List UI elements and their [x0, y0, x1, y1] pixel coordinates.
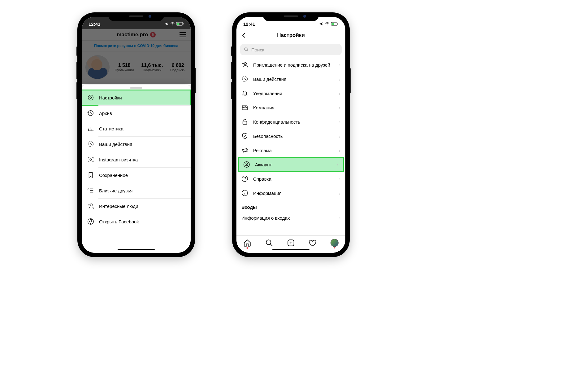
clock-dashed-icon: [87, 141, 94, 147]
search-placeholder: Поиск: [251, 47, 264, 52]
settings-item-account[interactable]: Аккаунт ›: [238, 157, 344, 172]
settings-item-label: Безопасность: [253, 134, 283, 139]
menu-item-label: Интересные люди: [99, 204, 138, 209]
menu-item-settings[interactable]: Настройки: [82, 90, 191, 105]
lock-icon: [241, 118, 248, 125]
add-person-icon: [241, 61, 248, 68]
svg-rect-1: [177, 23, 179, 25]
bookmark-icon: [87, 172, 94, 178]
chevron-right-icon: ›: [339, 134, 340, 139]
chevron-right-icon: ›: [339, 176, 340, 182]
chevron-right-icon: ›: [337, 162, 339, 167]
clock-dashed-icon: [241, 76, 248, 82]
chevron-right-icon: ›: [339, 148, 340, 153]
search-input[interactable]: Поиск: [240, 44, 342, 55]
section-header-logins: Входы: [236, 200, 345, 212]
svg-rect-16: [243, 121, 247, 124]
tab-activity[interactable]: [309, 239, 317, 247]
menu-item-saved[interactable]: Сохраненное: [82, 167, 191, 183]
svg-point-18: [246, 163, 248, 165]
chevron-right-icon: ›: [339, 215, 340, 221]
bottom-sheet: Настройки Архив Статистика Ваши действия…: [82, 85, 191, 253]
facebook-icon: [87, 218, 94, 225]
svg-point-8: [90, 204, 92, 206]
info-circle-icon: [241, 190, 248, 196]
menu-item-nametag[interactable]: Instagram-визитка: [82, 152, 191, 167]
megaphone-icon: [241, 147, 248, 154]
tab-new-post[interactable]: [287, 239, 295, 247]
tab-search[interactable]: [265, 239, 273, 247]
chevron-right-icon: ›: [339, 62, 340, 68]
search-icon: [244, 47, 249, 52]
menu-item-label: Близкие друзья: [99, 188, 132, 193]
settings-item-label: Информация о входах: [241, 215, 290, 221]
settings-item-label: Ваши действия: [253, 77, 286, 82]
menu-item-label: Открыть Facebook: [99, 219, 139, 224]
chevron-right-icon: ›: [339, 105, 340, 110]
tab-home[interactable]: [243, 239, 251, 247]
svg-point-21: [266, 240, 271, 244]
settings-item-label: Конфиденциальность: [253, 119, 300, 125]
settings-item-login-info[interactable]: Информация о входах ›: [236, 212, 345, 224]
settings-item-label: Информация: [253, 191, 282, 196]
settings-item-label: Аккаунт: [255, 162, 272, 167]
settings-item-help[interactable]: Справка ›: [236, 172, 345, 186]
gear-icon: [87, 94, 94, 101]
settings-item-label: Компания: [253, 105, 275, 110]
menu-item-label: Instagram-визитка: [99, 157, 138, 162]
svg-point-7: [90, 159, 92, 160]
status-icons: [164, 20, 184, 26]
svg-point-4: [90, 97, 92, 99]
settings-item-label: Реклама: [253, 148, 272, 153]
svg-rect-2: [183, 23, 184, 24]
menu-item-label: Ваши действия: [99, 142, 132, 147]
chevron-right-icon: ›: [339, 191, 340, 196]
settings-item-security[interactable]: Безопасность ›: [236, 129, 345, 143]
chevron-right-icon: ›: [339, 91, 340, 96]
qr-scan-icon: [87, 156, 94, 163]
sheet-drag-handle[interactable]: [130, 87, 142, 89]
settings-item-ads[interactable]: Реклама ›: [236, 143, 345, 157]
help-circle-icon: [241, 175, 248, 182]
svg-point-14: [244, 63, 246, 65]
svg-rect-11: [332, 23, 334, 25]
page-title: Настройки: [236, 32, 345, 38]
settings-item-notifications[interactable]: Уведомления ›: [236, 86, 345, 100]
menu-item-close-friends[interactable]: Близкие друзья: [82, 183, 191, 198]
phone-mockup-right: 12:41 Настройки Поиск Приглашение и подп…: [232, 12, 350, 257]
settings-item-activity[interactable]: Ваши действия ›: [236, 72, 345, 86]
settings-item-follow-friends[interactable]: Приглашение и подписка на друзей ›: [236, 58, 345, 72]
list-star-icon: [87, 187, 94, 194]
shield-check-icon: [241, 133, 248, 139]
status-time: 12:41: [243, 20, 255, 27]
status-time: 12:41: [89, 20, 100, 27]
settings-item-about[interactable]: Информация ›: [236, 186, 345, 200]
menu-item-insights[interactable]: Статистика: [82, 121, 191, 136]
settings-item-business[interactable]: Компания ›: [236, 100, 345, 115]
settings-item-privacy[interactable]: Конфиденциальность ›: [236, 115, 345, 129]
user-circle-icon: [243, 161, 250, 168]
status-icons: [319, 20, 339, 26]
menu-item-label: Статистика: [99, 126, 123, 131]
chevron-right-icon: ›: [339, 119, 340, 125]
archive-icon: [87, 110, 94, 116]
settings-item-label: Справка: [253, 176, 271, 182]
svg-rect-12: [338, 23, 338, 24]
bar-chart-icon: [87, 125, 94, 132]
menu-item-label: Архив: [99, 111, 112, 116]
menu-item-activity[interactable]: Ваши действия: [82, 136, 191, 152]
phone-mockup-left: 12:41 mactime.pro 5 Посмотрите ресурсы о…: [77, 12, 195, 257]
add-person-icon: [87, 203, 94, 209]
chevron-right-icon: ›: [339, 77, 340, 82]
tab-profile[interactable]: [331, 239, 339, 247]
menu-item-discover[interactable]: Интересные люди: [82, 198, 191, 214]
settings-item-label: Приглашение и подписка на друзей: [253, 62, 330, 68]
menu-item-label: Сохраненное: [99, 173, 128, 178]
settings-item-label: Уведомления: [253, 91, 282, 96]
bottom-tab-bar: [236, 235, 345, 253]
svg-point-13: [244, 48, 247, 50]
bell-icon: [241, 90, 248, 97]
svg-point-3: [88, 95, 93, 100]
menu-item-archive[interactable]: Архив: [82, 105, 191, 121]
menu-item-facebook[interactable]: Открыть Facebook: [82, 214, 191, 229]
